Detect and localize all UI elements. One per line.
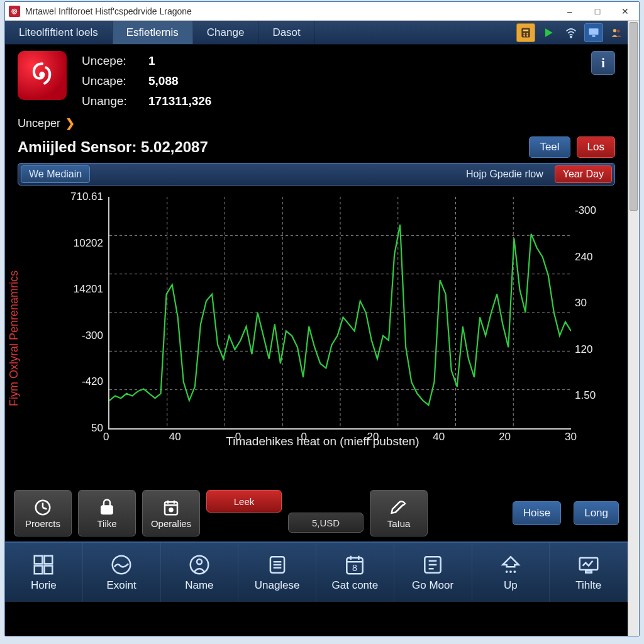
svg-point-3 — [526, 33, 528, 35]
svg-point-4 — [523, 35, 525, 36]
xtick: 40 — [433, 431, 445, 443]
titlebar: ◎ Mrtawel Inflforoet Histf'cspedrvide Lr… — [5, 2, 639, 21]
header: Uncepe:1 Uncape:5,088 Unange:171311,326 … — [5, 45, 628, 114]
xtick: 30 — [565, 431, 577, 443]
stat-key-2: Unange: — [82, 91, 145, 111]
svg-rect-42 — [586, 571, 592, 573]
svg-point-33 — [197, 559, 202, 564]
menubar: Liteolfiftient loels Esfietlernis Change… — [5, 21, 628, 45]
toolbar: Proercts Tiike Operalies Leek 5,USD — [14, 490, 619, 536]
info-button[interactable]: i — [591, 51, 615, 75]
content: Liteolfiftient loels Esfietlernis Change… — [5, 21, 628, 636]
ytick-right: -300 — [575, 204, 596, 217]
ytick-left: -300 — [82, 330, 103, 342]
svg-point-2 — [523, 33, 525, 35]
toolbar-calc-icon[interactable] — [516, 23, 535, 42]
nav-gatconte[interactable]: 8Gat conte — [316, 543, 394, 602]
ytick-right: 30 — [575, 297, 587, 309]
window-title: Mrtawel Inflforoet Histf'cspedrvide Lrag… — [25, 6, 192, 16]
svg-rect-8 — [592, 35, 596, 36]
teel-button[interactable]: Teel — [529, 136, 570, 158]
nav-tihlte[interactable]: Tihlte — [550, 543, 628, 602]
nav-unaglese[interactable]: Unaglese — [238, 543, 316, 602]
stat-key-0: Uncepe: — [82, 51, 145, 71]
xtick: 0 — [103, 431, 109, 443]
svg-rect-41 — [579, 558, 597, 570]
svg-point-10 — [617, 30, 619, 32]
toolbar-wifi-icon[interactable] — [562, 23, 580, 42]
ytick-left: 710.61 — [70, 191, 103, 203]
breadcrumb-label: Unceper — [18, 117, 60, 130]
svg-point-38 — [506, 570, 508, 573]
svg-rect-28 — [45, 556, 53, 564]
leek-button[interactable]: Leek — [206, 490, 282, 513]
breadcrumb[interactable]: Unceper ❯ — [5, 114, 628, 135]
menu-tab-1[interactable]: Esfietlernis — [113, 21, 193, 44]
nav-gomoor[interactable]: Go Moor — [394, 543, 472, 602]
svg-rect-24 — [101, 506, 113, 514]
ytick-right: 1.50 — [575, 389, 596, 402]
app-logo — [18, 51, 67, 100]
close-button[interactable]: ✕ — [611, 2, 639, 21]
nav-name[interactable]: Name — [161, 543, 239, 602]
chart-ylabel: Fiym Oxlyral Penrenamrics — [8, 270, 21, 406]
svg-rect-7 — [589, 28, 599, 35]
tool-operalies[interactable]: Operalies — [142, 490, 200, 536]
ytick-left: 50 — [91, 422, 103, 435]
app-window: ◎ Mrtawel Inflforoet Histf'cspedrvide Lr… — [4, 1, 640, 636]
minimize-button[interactable]: – — [556, 2, 584, 21]
xtick: 20 — [499, 431, 511, 443]
toolbar-monitor-icon[interactable] — [584, 23, 603, 42]
xtick: 0 — [235, 431, 241, 443]
toolbar-users-icon[interactable] — [607, 23, 626, 42]
xtick: 40 — [169, 431, 181, 443]
menu-tab-0[interactable]: Liteolfiftient loels — [5, 21, 113, 44]
menu-tab-2[interactable]: Change — [193, 21, 259, 44]
stat-val-1: 5,088 — [148, 74, 179, 87]
ytick-right: 120 — [575, 343, 592, 356]
svg-point-9 — [613, 29, 616, 32]
ytick-left: -420 — [82, 375, 103, 388]
chevron-right-icon: ❯ — [65, 116, 75, 130]
stat-val-0: 1 — [148, 54, 155, 67]
svg-text:8: 8 — [352, 563, 357, 573]
app-icon: ◎ — [9, 6, 20, 17]
long-button[interactable]: Long — [574, 501, 619, 525]
header-stats: Uncepe:1 Uncape:5,088 Unange:171311,326 — [82, 51, 211, 111]
range-right1[interactable]: Hojp Gpedie rlow — [458, 165, 551, 183]
hoise-button[interactable]: Hoise — [513, 501, 561, 525]
svg-point-6 — [570, 36, 572, 38]
tool-tiike[interactable]: Tiike — [78, 490, 136, 536]
svg-point-26 — [169, 508, 174, 513]
svg-rect-1 — [523, 30, 528, 31]
scrollbar-thumb[interactable] — [630, 22, 638, 211]
tool-taiua[interactable]: TaIua — [370, 490, 428, 536]
stat-key-1: Uncape: — [82, 71, 145, 91]
tool-proercts[interactable]: Proercts — [14, 490, 72, 536]
value-display: 5,USD — [288, 513, 364, 533]
toolbar-play-icon[interactable] — [539, 23, 558, 42]
svg-point-39 — [509, 570, 512, 573]
range-right2[interactable]: Year Day — [555, 165, 612, 183]
vertical-scrollbar[interactable] — [628, 21, 639, 636]
page-title: Amiijled Sensor: 5.02,2087 — [18, 138, 208, 156]
xtick: 20 — [367, 431, 379, 443]
menu-tab-3[interactable]: Dasot — [258, 21, 314, 44]
nav-up[interactable]: Up — [472, 543, 550, 602]
svg-rect-0 — [521, 28, 530, 38]
svg-rect-27 — [35, 556, 43, 564]
ytick-right: 240 — [575, 251, 592, 264]
range-left[interactable]: We Mediain — [21, 165, 90, 183]
los-button[interactable]: Los — [577, 136, 615, 158]
chart-xlabel: Timadehikes heat on (mieff pubsten) — [74, 435, 571, 448]
chart: Fiym Oxlyral Penrenamrics Timadehikes he… — [18, 191, 615, 486]
maximize-button[interactable]: □ — [584, 2, 611, 21]
nav-horie[interactable]: Horie — [5, 543, 83, 602]
range-bar: We Mediain Hojp Gpedie rlow Year Day — [18, 163, 615, 186]
xtick: 0 — [301, 431, 307, 443]
svg-point-5 — [526, 35, 528, 36]
svg-point-40 — [513, 570, 516, 573]
svg-rect-30 — [45, 566, 53, 574]
svg-rect-29 — [35, 566, 43, 574]
nav-exoint[interactable]: Exoint — [83, 543, 161, 602]
